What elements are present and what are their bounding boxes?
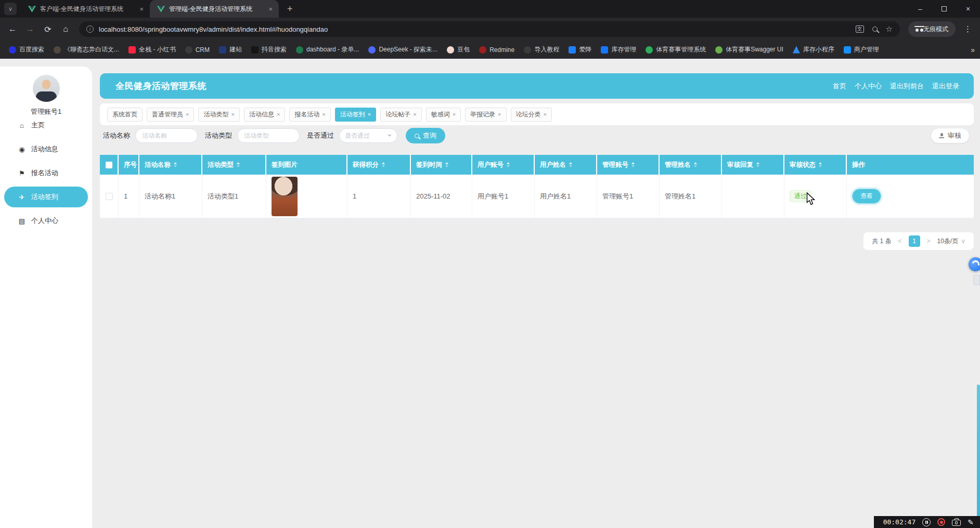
- sort-desc-icon[interactable]: [507, 165, 510, 167]
- scrollbar-thumb[interactable]: [977, 385, 980, 524]
- address-bar[interactable]: i localhost:8080/springbootavwmry8v/admi…: [79, 21, 900, 37]
- search-button[interactable]: 查询: [406, 128, 445, 143]
- sort-asc-icon[interactable]: [694, 162, 697, 164]
- floating-grip-handle[interactable]: [973, 275, 980, 285]
- sort-asc-icon[interactable]: [445, 162, 448, 164]
- prev-page-icon[interactable]: <: [898, 237, 901, 245]
- nav-tag-chip[interactable]: 活动签到 ×: [335, 108, 376, 122]
- chip-close-icon[interactable]: ×: [413, 111, 416, 117]
- sort-asc-icon[interactable]: [507, 162, 510, 164]
- window-maximize-button[interactable]: [932, 0, 956, 18]
- header-link[interactable]: 首页: [833, 82, 846, 91]
- bookmark-item[interactable]: dashboard - 录单...: [291, 44, 364, 56]
- sort-asc-icon[interactable]: [819, 162, 822, 164]
- nav-tag-chip[interactable]: 敏感词 ×: [426, 108, 461, 122]
- nav-tag-chip[interactable]: 举报记录 ×: [465, 108, 506, 122]
- translate-icon[interactable]: 文: [856, 25, 864, 33]
- sort-asc-icon[interactable]: [631, 162, 635, 164]
- sidebar-item[interactable]: ▤ 个人中心: [0, 209, 92, 233]
- bookmark-item[interactable]: 库存管理: [596, 44, 641, 56]
- sort-carets-icon[interactable]: [237, 162, 240, 167]
- col-admin-name[interactable]: 管理姓名: [660, 155, 722, 175]
- bookmark-item[interactable]: 抖音搜索: [247, 44, 291, 56]
- sort-desc-icon[interactable]: [819, 165, 822, 167]
- chip-close-icon[interactable]: ×: [498, 111, 501, 117]
- pass-select[interactable]: 是否通过: [339, 128, 397, 143]
- nav-tag-chip[interactable]: 活动类型 ×: [198, 108, 239, 122]
- zoom-search-icon[interactable]: [872, 27, 878, 32]
- new-tab-button[interactable]: +: [285, 4, 295, 15]
- site-info-icon[interactable]: i: [86, 25, 94, 33]
- sort-asc-icon[interactable]: [382, 162, 385, 164]
- back-icon[interactable]: ←: [4, 21, 21, 37]
- chip-close-icon[interactable]: ×: [453, 111, 456, 117]
- sort-desc-icon[interactable]: [445, 165, 448, 167]
- floating-assistant-ball[interactable]: [969, 257, 980, 271]
- sort-asc-icon[interactable]: [237, 162, 240, 164]
- tab-list-chevron-icon[interactable]: ∨: [4, 3, 17, 15]
- sort-desc-icon[interactable]: [569, 165, 572, 167]
- camera-icon[interactable]: [952, 520, 961, 526]
- forward-icon[interactable]: →: [22, 21, 38, 37]
- activity-name-input[interactable]: [135, 128, 198, 143]
- bookmark-item[interactable]: 商户管理: [839, 44, 884, 56]
- nav-tag-chip[interactable]: 活动信息 ×: [244, 108, 285, 122]
- nav-tag-chip[interactable]: 普通管理员 ×: [147, 108, 194, 122]
- bookmark-item[interactable]: 体育赛事Swagger UI: [711, 44, 788, 56]
- col-user-name[interactable]: 用户姓名: [535, 155, 597, 175]
- sidebar-item[interactable]: ⚑ 报名活动: [0, 161, 92, 185]
- col-sign-image[interactable]: 签到图片: [266, 155, 347, 175]
- bookmark-item[interactable]: 百度搜索: [4, 44, 49, 56]
- url-text[interactable]: localhost:8080/springbootavwmry8v/admin/…: [99, 25, 328, 33]
- tab-close-icon[interactable]: ×: [267, 5, 274, 13]
- col-admin-account[interactable]: 管理账号: [597, 155, 660, 175]
- sort-desc-icon[interactable]: [694, 165, 697, 167]
- sidebar-item[interactable]: ⌂ 主页: [0, 113, 92, 137]
- bookmark-item[interactable]: 库存小程序: [788, 44, 839, 56]
- sort-asc-icon[interactable]: [756, 162, 759, 164]
- col-activity-type[interactable]: 活动类型: [202, 155, 266, 175]
- chip-close-icon[interactable]: ×: [231, 111, 234, 117]
- sort-carets-icon[interactable]: [756, 162, 759, 167]
- bookmark-item[interactable]: Redmine: [474, 44, 519, 56]
- bookmarks-overflow-icon[interactable]: »: [965, 46, 980, 54]
- next-page-icon[interactable]: >: [927, 237, 931, 245]
- col-audit-status[interactable]: 审核状态: [784, 155, 847, 175]
- nav-tag-chip[interactable]: 论坛帖子 ×: [380, 108, 421, 122]
- col-points[interactable]: 获得积分: [347, 155, 411, 175]
- bookmark-item[interactable]: 豆包: [442, 44, 474, 56]
- browser-tab[interactable]: 管理端-全民健身活动管理系统 ×: [150, 0, 279, 18]
- sort-carets-icon[interactable]: [569, 162, 572, 167]
- sort-carets-icon[interactable]: [819, 162, 822, 167]
- activity-type-input[interactable]: [237, 128, 300, 143]
- pen-icon[interactable]: ✎: [968, 518, 974, 526]
- tab-close-icon[interactable]: ×: [138, 5, 145, 13]
- sort-asc-icon[interactable]: [174, 162, 177, 164]
- sort-carets-icon[interactable]: [382, 162, 385, 167]
- row-checkbox[interactable]: [106, 193, 113, 200]
- sidebar-item[interactable]: ◉ 活动信息: [0, 137, 92, 161]
- window-close-button[interactable]: ×: [956, 0, 980, 18]
- bookmark-item[interactable]: CRM: [180, 44, 214, 56]
- sort-carets-icon[interactable]: [507, 162, 510, 167]
- bookmark-item[interactable]: 全栈 - 小红书: [124, 44, 180, 56]
- header-link[interactable]: 退出到前台: [890, 82, 924, 91]
- audit-button[interactable]: 审核: [931, 128, 970, 143]
- sort-desc-icon[interactable]: [756, 165, 759, 167]
- sort-carets-icon[interactable]: [174, 162, 177, 167]
- chip-close-icon[interactable]: ×: [277, 111, 280, 117]
- nav-tag-chip[interactable]: 报名活动 ×: [289, 108, 330, 122]
- bookmark-item[interactable]: 爱降: [564, 44, 596, 56]
- record-stop-icon[interactable]: [937, 518, 945, 526]
- bookmark-item[interactable]: 导入教程: [519, 44, 564, 56]
- sort-desc-icon[interactable]: [631, 165, 635, 167]
- home-icon[interactable]: ⌂: [57, 21, 74, 37]
- sort-desc-icon[interactable]: [174, 165, 177, 167]
- sort-asc-icon[interactable]: [569, 162, 572, 164]
- select-all-checkbox[interactable]: [106, 162, 112, 168]
- nav-tag-chip[interactable]: 系统首页 ×: [107, 108, 143, 122]
- sort-carets-icon[interactable]: [694, 162, 697, 167]
- window-minimize-button[interactable]: –: [908, 0, 932, 18]
- header-link[interactable]: 个人中心: [855, 82, 882, 91]
- col-user-account[interactable]: 用户账号: [472, 155, 535, 175]
